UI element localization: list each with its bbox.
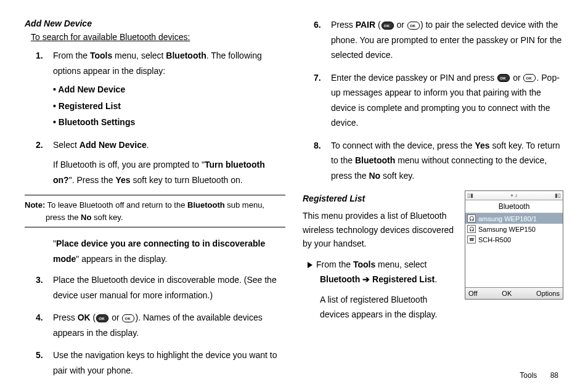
triangle-bullet-icon — [308, 262, 312, 268]
intro-text: To search for available Bluetooth device… — [31, 32, 285, 42]
phone-device-list: 🎧 amsung WEP180/1 🎧 Samsung WEP150 ☎ SCH… — [465, 213, 563, 287]
phone-screen-title: Bluetooth — [465, 200, 563, 213]
left-column: Add New Device To search for available B… — [25, 17, 285, 385]
step-3: 3. Place the Bluetooth device in discove… — [53, 272, 285, 303]
softkey-center: OK — [502, 290, 512, 297]
step-2: 2. Select Add New Device. If Bluetooth i… — [53, 137, 285, 188]
step-7: 7. Enter the device passkey or PIN and p… — [331, 70, 563, 131]
registered-list-step: From the Tools menu, select Bluetooth ➔ … — [303, 257, 456, 287]
footer-page-number: 88 — [550, 371, 558, 380]
step-number: 5. — [36, 348, 43, 363]
ok-icon-outline — [407, 22, 420, 30]
step-8: 8. To connect with the device, press the… — [331, 138, 563, 184]
registered-list-intro: This menu provides a list of Bluetooth w… — [303, 209, 456, 250]
bullet-registered-list: • Registered List — [53, 99, 285, 114]
registered-list-result: A list of registered Bluetooth devices a… — [303, 292, 456, 322]
phone-softkey-bar: Off OK Options — [465, 287, 563, 299]
battery-icon: ▮▯ — [555, 192, 561, 198]
ok-icon-filled — [382, 22, 394, 30]
status-icons: ⌖ ♪ — [510, 192, 518, 199]
option-bullets: • Add New Device • Registered List • Blu… — [53, 82, 285, 130]
ok-icon-filled — [497, 74, 510, 82]
step-number: 1. — [36, 48, 43, 63]
phone-list-item: ☎ SCH-R500 — [465, 234, 563, 245]
note-label: Note: — [25, 200, 45, 210]
step-4: 4. Press OK ( or ). Names of the availab… — [53, 310, 285, 340]
step-number: 2. — [36, 137, 43, 153]
headset-icon: 🎧 — [467, 214, 476, 223]
phone-screenshot: ▯▮ ⌖ ♪ ▮▯ Bluetooth 🎧 amsung WEP180/1 🎧 … — [465, 190, 563, 300]
softkey-right: Options — [536, 290, 560, 297]
page-footer: Tools 88 — [520, 371, 558, 380]
heading-add-new-device: Add New Device — [25, 18, 285, 28]
phone-list-item: 🎧 Samsung WEP150 — [465, 224, 563, 234]
phone-status-bar: ▯▮ ⌖ ♪ ▮▯ — [465, 191, 563, 200]
step-number: 6. — [314, 17, 321, 33]
bullet-bluetooth-settings: • Bluetooth Settings — [53, 115, 285, 130]
note-box: Note: To leave Bluetooth off and return … — [25, 195, 285, 227]
bullet-add-new-device: • Add New Device — [53, 82, 285, 97]
step-number: 7. — [314, 70, 321, 86]
heading-registered-list: Registered List — [303, 192, 456, 205]
step-6: 6. Press PAIR ( or ) to pair the selecte… — [331, 17, 563, 63]
phone-list-item-selected: 🎧 amsung WEP180/1 — [465, 213, 563, 224]
ok-icon-filled — [96, 314, 108, 322]
ok-icon-outline — [523, 74, 536, 82]
step-1: 1. From the Tools menu, select Bluetooth… — [53, 48, 285, 130]
step-5: 5. Use the navigation keys to highlight … — [53, 348, 285, 378]
step-number: 4. — [36, 310, 43, 325]
footer-section: Tools — [520, 371, 537, 380]
right-column: 6. Press PAIR ( or ) to pair the selecte… — [303, 17, 563, 385]
step-number: 3. — [36, 272, 43, 288]
signal-icon: ▯▮ — [467, 192, 473, 198]
softkey-left: Off — [468, 290, 477, 297]
ok-icon-outline — [122, 314, 134, 322]
headset-icon: 🎧 — [467, 225, 476, 233]
step-number: 8. — [314, 138, 321, 153]
phone-icon: ☎ — [467, 235, 476, 243]
discoverable-mode-text: "Place device you are connecting to in d… — [25, 236, 285, 266]
